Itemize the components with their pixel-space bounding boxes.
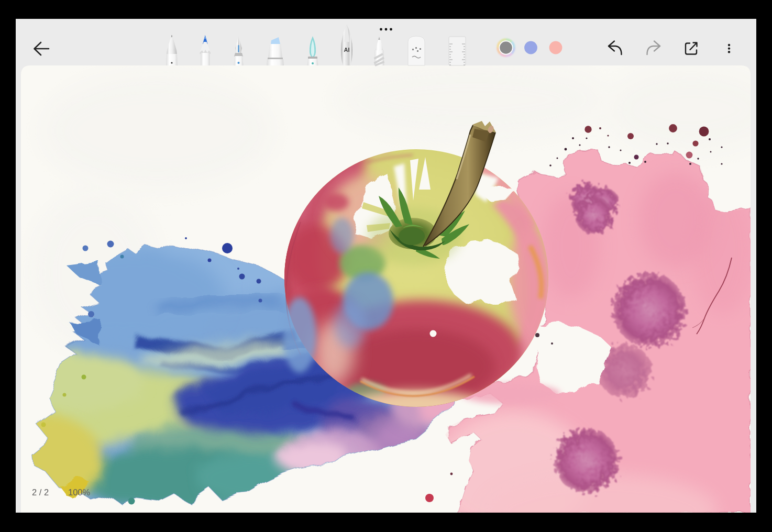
svg-text:AI: AI [344,47,350,53]
svg-text:100%: 100% [68,487,91,497]
svg-text:2 / 2: 2 / 2 [32,487,49,497]
